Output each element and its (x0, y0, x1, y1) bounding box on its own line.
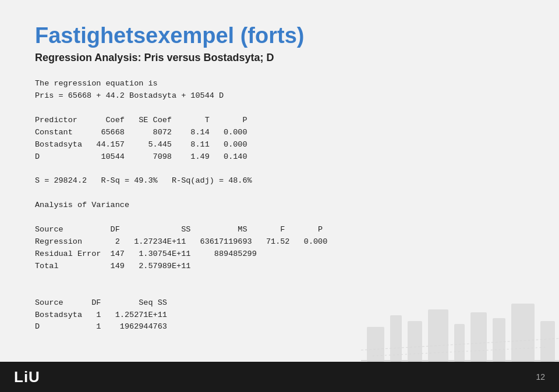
svg-line-11 (373, 347, 547, 356)
slide-content: The regression equation is Pris = 65668 … (35, 78, 524, 333)
slide-title: Fastighetsexempel (forts) (35, 23, 524, 48)
bottom-bar: LiU 12 (0, 362, 559, 392)
slide: Fastighetsexempel (forts) Regression Ana… (0, 0, 559, 392)
svg-rect-8 (540, 321, 555, 362)
logo: LiU (14, 368, 40, 386)
page-number: 12 (536, 372, 545, 382)
slide-subtitle: Regression Analysis: Pris versus Bostads… (35, 52, 524, 64)
svg-line-10 (361, 338, 559, 350)
